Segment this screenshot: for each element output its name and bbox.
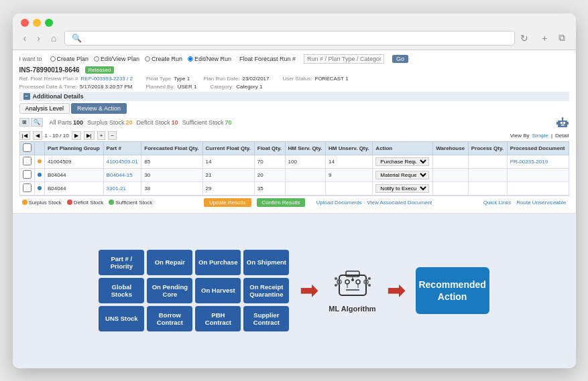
- grid-view-btn[interactable]: ⊞: [19, 118, 30, 127]
- select-all-checkbox[interactable]: [23, 143, 32, 152]
- forward-button[interactable]: ›: [34, 31, 43, 45]
- add-tab-button[interactable]: +: [539, 31, 550, 45]
- row1-processed-doc: PR-00235-2019: [507, 155, 569, 168]
- row1-part-num: 41004509-01: [103, 155, 141, 168]
- minimize-button[interactable]: [33, 19, 41, 27]
- erp-panel: I want to Create Plan Edit/View Plan Cre…: [13, 50, 576, 214]
- edit-new-run-option[interactable]: Edit/New Run: [188, 56, 231, 62]
- row1-float: 70: [254, 155, 285, 168]
- traffic-lights: [21, 19, 568, 27]
- search-filter-btn[interactable]: 🔍: [31, 118, 43, 127]
- sufficient-dot: [109, 200, 114, 205]
- col-forecast: Forecasted Float Qty.: [141, 141, 202, 155]
- prev-page-btn[interactable]: ◀: [33, 131, 42, 140]
- reload-button[interactable]: ↻: [520, 33, 528, 44]
- view-assoc-doc-link[interactable]: View Associated Document: [367, 200, 432, 206]
- upload-docs-link[interactable]: Upload Documents: [316, 200, 361, 206]
- row3-part-num: 3301-21: [103, 181, 141, 195]
- browser-window: ‹ › ⌂ 🔍 ↻ + ⧉ I want to Create Plan: [13, 13, 576, 368]
- route-unserviceable-link[interactable]: Route Unserviceable: [516, 200, 566, 206]
- col-hm-serv: HM Serv. Qty.: [285, 141, 325, 155]
- additional-details-header: − Additional Details: [19, 92, 569, 101]
- row3-action-select[interactable]: Notify to Execute: [375, 184, 429, 193]
- float-type-field: Float Type Type 1: [146, 76, 190, 82]
- col-process-qty: Process Qty.: [468, 141, 507, 155]
- stats-row: ⊞ 🔍 All Parts 100 Surplus Stock 20 Defic…: [19, 117, 569, 129]
- tab-review-action[interactable]: Review & Action: [71, 103, 127, 114]
- feature-on-pending-core: On PendingCore: [147, 278, 192, 303]
- row2-hm-serv: [285, 168, 325, 181]
- feature-borrow-contract: BorrowContract: [147, 306, 192, 331]
- surplus-legend: Surplus Stock: [22, 200, 62, 206]
- svg-rect-1: [561, 122, 563, 124]
- col-processed-doc: Processed Document: [507, 141, 569, 155]
- close-button[interactable]: [21, 19, 29, 27]
- toolbar-icons: [556, 117, 569, 129]
- address-bar[interactable]: 🔍: [64, 31, 515, 46]
- feature-supplier-contract: SupplierContract: [243, 306, 289, 331]
- row2-part-group: B04044: [44, 168, 103, 181]
- home-button[interactable]: ⌂: [48, 31, 59, 45]
- table-header-row: Part Planning Group Part # Forecasted Fl…: [19, 141, 569, 155]
- back-button[interactable]: ‹: [21, 31, 30, 45]
- row2-warehouse: [433, 168, 468, 181]
- row2-indicator: [38, 173, 42, 177]
- browser-chrome: ‹ › ⌂ 🔍 ↻ + ⧉: [13, 13, 576, 50]
- row1-warehouse: [433, 155, 468, 168]
- svg-point-10: [345, 280, 349, 284]
- erp-fields-row1: Ref. Float Review Plan # REP-003993-2233…: [19, 76, 569, 82]
- row2-part-num: B04044-15: [103, 168, 141, 181]
- detail-option[interactable]: Detail: [555, 133, 569, 139]
- float-forecast-input[interactable]: [304, 54, 384, 64]
- erp-table: Part Planning Group Part # Forecasted Fl…: [19, 141, 569, 196]
- svg-rect-3: [561, 125, 565, 126]
- table-row: 41004509 41004509-01 85 14 70 100 14 Pur…: [19, 155, 569, 168]
- last-page-btn[interactable]: ▶|: [84, 131, 95, 140]
- svg-point-19: [335, 277, 337, 280]
- svg-rect-7: [567, 122, 569, 125]
- row1-action-select[interactable]: Purchase Request: [375, 157, 429, 166]
- svg-point-11: [356, 280, 360, 284]
- row2-float: 20: [254, 168, 285, 181]
- row2-checkbox[interactable]: [23, 170, 32, 179]
- create-plan-option[interactable]: Create Plan: [50, 56, 89, 62]
- iwant-label: I want to: [19, 56, 42, 62]
- row2-action-select[interactable]: Material Request: [375, 171, 429, 179]
- erp-table-wrapper: Part Planning Group Part # Forecasted Fl…: [19, 141, 569, 196]
- surplus-legend-label: Surplus Stock: [29, 200, 62, 206]
- pagination: 1 - 10 / 10: [45, 133, 69, 139]
- category-field: Category: Category 1: [211, 84, 263, 90]
- maximize-button[interactable]: [45, 19, 53, 27]
- feature-on-repair: On Repair: [147, 250, 192, 275]
- arrow2-icon: ➡: [387, 278, 405, 303]
- tab-analysis-level[interactable]: Analysis Level: [19, 103, 70, 114]
- svg-rect-6: [556, 122, 558, 125]
- quick-links[interactable]: Quick Links: [483, 200, 511, 206]
- feature-on-purchase: On Purchase: [195, 250, 241, 275]
- add-row-btn[interactable]: +: [97, 131, 106, 140]
- deficit-legend-label: Deficit Stock: [74, 200, 103, 206]
- user-status-field: User Status: FORECAST 1: [282, 76, 348, 82]
- surplus-dot: [22, 200, 27, 205]
- feature-part-priority: Part # /Priority: [99, 250, 144, 275]
- go-button[interactable]: Go: [392, 55, 408, 63]
- window-button[interactable]: ⧉: [556, 31, 568, 45]
- simple-option[interactable]: Simple: [532, 133, 548, 139]
- feature-grid: Part # /Priority On Repair On Purchase O…: [99, 250, 289, 331]
- row3-process-qty: [468, 181, 507, 195]
- sufficient-stat: Sufficient Stock 70: [182, 119, 232, 126]
- confirm-results-button[interactable]: Confirm Results: [257, 198, 306, 207]
- toggle-icon[interactable]: −: [23, 93, 30, 100]
- row1-forecast: 85: [141, 155, 202, 168]
- recommended-action-box: Recommended Action: [416, 267, 489, 314]
- browser-nav: ‹ › ⌂ 🔍 ↻ + ⧉: [21, 31, 568, 46]
- next-page-btn[interactable]: ▶: [72, 131, 81, 140]
- row3-float: 35: [254, 181, 285, 195]
- update-results-button[interactable]: Update Results: [204, 198, 251, 207]
- row3-checkbox[interactable]: [23, 183, 32, 192]
- edit-view-plan-option[interactable]: Edit/View Plan: [94, 56, 139, 62]
- row1-checkbox[interactable]: [23, 157, 32, 165]
- create-run-option[interactable]: Create Run: [145, 56, 182, 62]
- first-page-btn[interactable]: |◀: [19, 131, 30, 140]
- delete-row-btn[interactable]: −: [108, 131, 117, 140]
